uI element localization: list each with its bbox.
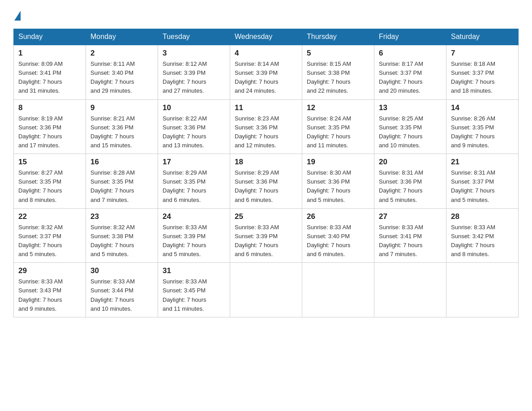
calendar-day-cell: 29Sunrise: 8:33 AM Sunset: 3:43 PM Dayli… [14,263,86,317]
day-number: 8 [18,103,81,112]
calendar-day-cell: 10Sunrise: 8:22 AM Sunset: 3:36 PM Dayli… [158,99,230,154]
calendar-day-cell: 7Sunrise: 8:18 AM Sunset: 3:37 PM Daylig… [446,45,519,99]
calendar-day-cell: 12Sunrise: 8:24 AM Sunset: 3:35 PM Dayli… [302,99,374,154]
day-info: Sunrise: 8:22 AM Sunset: 3:36 PM Dayligh… [163,114,225,150]
calendar-week-row: 15Sunrise: 8:27 AM Sunset: 3:35 PM Dayli… [14,154,519,209]
calendar-day-cell: 3Sunrise: 8:12 AM Sunset: 3:39 PM Daylig… [158,45,230,99]
day-info: Sunrise: 8:12 AM Sunset: 3:39 PM Dayligh… [163,60,225,96]
calendar-day-cell: 14Sunrise: 8:26 AM Sunset: 3:35 PM Dayli… [446,99,519,154]
day-number: 28 [451,212,514,221]
day-of-week-header: Tuesday [158,29,230,45]
day-number: 13 [379,103,442,112]
day-number: 11 [235,103,297,112]
day-info: Sunrise: 8:19 AM Sunset: 3:36 PM Dayligh… [18,114,81,150]
day-number: 29 [18,266,81,275]
calendar-day-cell: 24Sunrise: 8:33 AM Sunset: 3:39 PM Dayli… [158,208,230,263]
day-info: Sunrise: 8:33 AM Sunset: 3:40 PM Dayligh… [307,223,369,259]
calendar-day-cell [446,263,519,317]
day-info: Sunrise: 8:29 AM Sunset: 3:36 PM Dayligh… [235,168,297,205]
day-info: Sunrise: 8:11 AM Sunset: 3:40 PM Dayligh… [90,60,153,96]
calendar-day-cell: 28Sunrise: 8:33 AM Sunset: 3:42 PM Dayli… [446,208,519,263]
calendar-day-cell: 1Sunrise: 8:09 AM Sunset: 3:41 PM Daylig… [14,45,86,99]
calendar-day-cell: 23Sunrise: 8:32 AM Sunset: 3:38 PM Dayli… [86,208,158,263]
day-number: 2 [90,49,153,58]
day-of-week-header: Wednesday [230,29,302,45]
day-number: 7 [451,49,514,58]
day-info: Sunrise: 8:29 AM Sunset: 3:35 PM Dayligh… [163,168,225,205]
day-number: 27 [379,212,442,221]
day-info: Sunrise: 8:23 AM Sunset: 3:36 PM Dayligh… [235,114,297,150]
day-number: 4 [235,49,297,58]
calendar-day-cell [302,263,374,317]
calendar-day-cell: 9Sunrise: 8:21 AM Sunset: 3:36 PM Daylig… [86,99,158,154]
day-of-week-header: Friday [374,29,446,45]
calendar-day-cell [230,263,302,317]
day-number: 26 [307,212,369,221]
day-info: Sunrise: 8:17 AM Sunset: 3:37 PM Dayligh… [379,60,442,96]
day-number: 18 [235,158,297,167]
day-info: Sunrise: 8:33 AM Sunset: 3:45 PM Dayligh… [163,277,225,313]
logo [13,9,21,21]
day-info: Sunrise: 8:32 AM Sunset: 3:37 PM Dayligh… [18,223,81,259]
calendar-table: SundayMondayTuesdayWednesdayThursdayFrid… [13,29,519,317]
day-info: Sunrise: 8:33 AM Sunset: 3:44 PM Dayligh… [90,277,153,313]
calendar-day-cell: 17Sunrise: 8:29 AM Sunset: 3:35 PM Dayli… [158,154,230,209]
calendar-day-cell: 16Sunrise: 8:28 AM Sunset: 3:35 PM Dayli… [86,154,158,209]
day-number: 23 [90,212,153,221]
day-info: Sunrise: 8:24 AM Sunset: 3:35 PM Dayligh… [307,114,369,150]
calendar-day-cell: 15Sunrise: 8:27 AM Sunset: 3:35 PM Dayli… [14,154,86,209]
day-info: Sunrise: 8:25 AM Sunset: 3:35 PM Dayligh… [379,114,442,150]
day-number: 25 [235,212,297,221]
day-number: 31 [163,266,225,275]
day-info: Sunrise: 8:27 AM Sunset: 3:35 PM Dayligh… [18,168,81,205]
day-of-week-header: Thursday [302,29,374,45]
logo-triangle-icon [14,11,21,21]
day-number: 1 [18,49,81,58]
calendar-week-row: 1Sunrise: 8:09 AM Sunset: 3:41 PM Daylig… [14,45,519,99]
calendar-day-cell: 26Sunrise: 8:33 AM Sunset: 3:40 PM Dayli… [302,208,374,263]
calendar-day-cell: 13Sunrise: 8:25 AM Sunset: 3:35 PM Dayli… [374,99,446,154]
day-number: 30 [90,266,153,275]
calendar-week-row: 8Sunrise: 8:19 AM Sunset: 3:36 PM Daylig… [14,99,519,154]
calendar-day-cell: 18Sunrise: 8:29 AM Sunset: 3:36 PM Dayli… [230,154,302,209]
calendar-day-cell: 20Sunrise: 8:31 AM Sunset: 3:36 PM Dayli… [374,154,446,209]
day-info: Sunrise: 8:26 AM Sunset: 3:35 PM Dayligh… [451,114,514,150]
day-number: 20 [379,158,442,167]
calendar-day-cell: 27Sunrise: 8:33 AM Sunset: 3:41 PM Dayli… [374,208,446,263]
calendar-day-cell: 8Sunrise: 8:19 AM Sunset: 3:36 PM Daylig… [14,99,86,154]
calendar-day-cell: 31Sunrise: 8:33 AM Sunset: 3:45 PM Dayli… [158,263,230,317]
day-info: Sunrise: 8:30 AM Sunset: 3:36 PM Dayligh… [307,168,369,205]
calendar-day-cell: 4Sunrise: 8:14 AM Sunset: 3:39 PM Daylig… [230,45,302,99]
day-number: 12 [307,103,369,112]
calendar-day-cell [374,263,446,317]
calendar-week-row: 22Sunrise: 8:32 AM Sunset: 3:37 PM Dayli… [14,208,519,263]
day-number: 17 [163,158,225,167]
day-info: Sunrise: 8:33 AM Sunset: 3:39 PM Dayligh… [235,223,297,259]
calendar-day-cell: 19Sunrise: 8:30 AM Sunset: 3:36 PM Dayli… [302,154,374,209]
day-number: 14 [451,103,514,112]
day-number: 24 [163,212,225,221]
day-number: 19 [307,158,369,167]
day-info: Sunrise: 8:28 AM Sunset: 3:35 PM Dayligh… [90,168,153,205]
calendar-day-cell: 25Sunrise: 8:33 AM Sunset: 3:39 PM Dayli… [230,208,302,263]
day-info: Sunrise: 8:32 AM Sunset: 3:38 PM Dayligh… [90,223,153,259]
calendar-day-cell: 2Sunrise: 8:11 AM Sunset: 3:40 PM Daylig… [86,45,158,99]
day-of-week-header: Sunday [14,29,86,45]
day-number: 5 [307,49,369,58]
day-info: Sunrise: 8:33 AM Sunset: 3:41 PM Dayligh… [379,223,442,259]
day-number: 16 [90,158,153,167]
day-number: 10 [163,103,225,112]
day-number: 6 [379,49,442,58]
day-number: 9 [90,103,153,112]
day-of-week-header: Saturday [446,29,519,45]
day-info: Sunrise: 8:31 AM Sunset: 3:36 PM Dayligh… [379,168,442,205]
calendar-day-cell: 5Sunrise: 8:15 AM Sunset: 3:38 PM Daylig… [302,45,374,99]
day-of-week-header: Monday [86,29,158,45]
calendar-day-cell: 6Sunrise: 8:17 AM Sunset: 3:37 PM Daylig… [374,45,446,99]
day-info: Sunrise: 8:33 AM Sunset: 3:42 PM Dayligh… [451,223,514,259]
page-header [13,9,519,21]
day-info: Sunrise: 8:15 AM Sunset: 3:38 PM Dayligh… [307,60,369,96]
day-info: Sunrise: 8:14 AM Sunset: 3:39 PM Dayligh… [235,60,297,96]
day-info: Sunrise: 8:18 AM Sunset: 3:37 PM Dayligh… [451,60,514,96]
calendar-day-cell: 30Sunrise: 8:33 AM Sunset: 3:44 PM Dayli… [86,263,158,317]
